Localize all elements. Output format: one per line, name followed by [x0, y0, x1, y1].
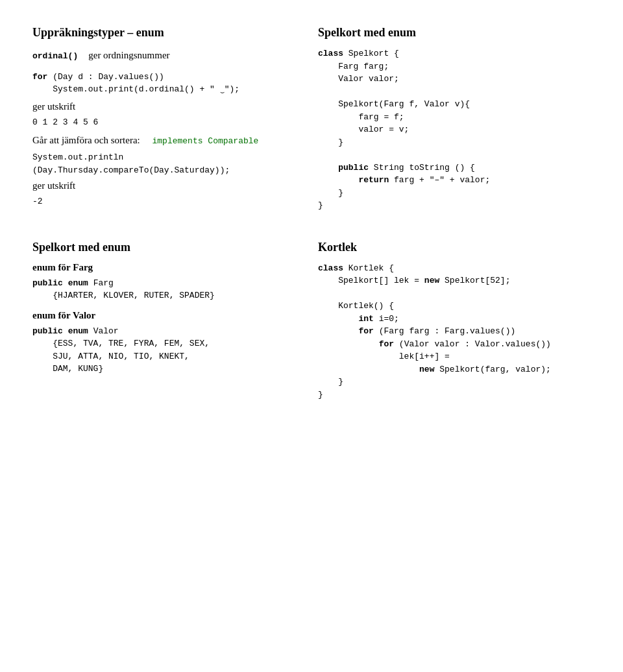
- enum-valor-label: enum för Valor: [32, 310, 299, 321]
- output-1: 0 1 2 3 4 5 6: [32, 116, 299, 129]
- enum-valor-code: public enum Valor {ESS, TVA, TRE, FYRA, …: [32, 325, 299, 376]
- output-2: -2: [32, 195, 299, 208]
- output-label-2: ger utskrift: [32, 180, 299, 191]
- top-left-section: Uppräkningstyper – enum ordinal() ger or…: [26, 19, 312, 221]
- top-right-title: Spelkort med enum: [318, 26, 584, 40]
- comparable-code: implements Comparable: [153, 136, 259, 146]
- bottom-left-section: Spelkort med enum enum för Farg public e…: [26, 221, 312, 411]
- ordinal-label: ordinal(): [32, 50, 78, 63]
- code-block-1: for (Day d : Day.values()) System.out.pr…: [32, 71, 299, 97]
- spacer: [26, 410, 597, 436]
- code-block-2: System.out.println (Day.Thursday.compare…: [32, 151, 299, 176]
- bottom-left-title: Spelkort med enum: [32, 241, 299, 254]
- bottom-right-title: Kortlek: [318, 241, 584, 254]
- enum-farg-label: enum för Farg: [32, 262, 299, 273]
- comparable-label: Går att jämföra och sortera:: [32, 135, 140, 145]
- top-left-title: Uppräkningstyper – enum: [32, 26, 299, 40]
- bottom-right-section: Kortlek class Kortlek { Spelkort[] lek =…: [312, 221, 597, 411]
- top-right-section: Spelkort med enum class Spelkort { Farg …: [312, 19, 597, 221]
- spelkort-code: class Spelkort { Farg farg; Valor valor;…: [318, 47, 584, 212]
- output-label-1: ger utskrift: [32, 101, 299, 112]
- kortlek-code: class Kortlek { Spelkort[] lek = new Spe…: [318, 262, 584, 402]
- ordinal-desc: ger ordningsnummer: [88, 50, 169, 61]
- comparable-line: Går att jämföra och sortera: implements …: [32, 135, 299, 146]
- enum-farg-code: public enum Farg {HJARTER, KLOVER, RUTER…: [32, 277, 299, 302]
